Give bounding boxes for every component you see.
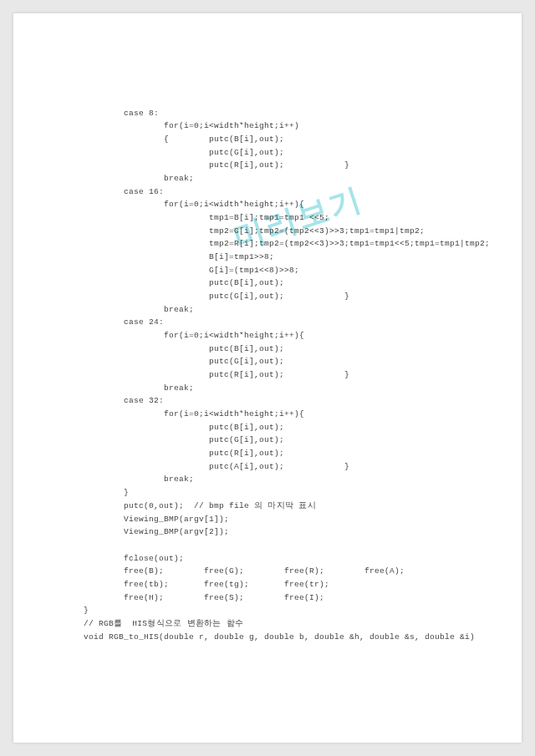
code-line: case 32: (84, 396, 164, 405)
code-line: putc(G[i],out); (84, 357, 284, 366)
code-line: void RGB_to_HIS(double r, double g, doub… (84, 632, 475, 642)
code-line: G[i]=(tmp1<<8)>>8; (84, 266, 299, 275)
code-line: putc(A[i],out); } (84, 462, 349, 471)
code-line: } (84, 606, 89, 615)
code-line: tmp2=R[i];tmp2=(tmp2<<3)>>3;tmp1=tmp1<<5… (84, 239, 490, 248)
code-line: for(i=0;i<width*height;i++){ (84, 331, 304, 340)
code-line: for(i=0;i<width*height;i++){ (84, 409, 304, 419)
code-line: tmp2=G[i];tmp2=(tmp2<<3)>>3;tmp1=tmp1|tm… (84, 226, 425, 236)
code-line: case 24: (84, 317, 164, 327)
code-line: break; (84, 474, 194, 484)
code-line: putc(R[i],out); } (84, 370, 349, 379)
document-page: 미리보기 case 8: for(i=0;i<width*height;i++)… (13, 13, 522, 743)
code-line: } (84, 488, 129, 497)
code-line: putc(G[i],out); (84, 148, 284, 157)
code-line: putc(G[i],out); } (84, 292, 349, 301)
code-line: // RGB를 HIS형식으로 변환하는 함수 (84, 619, 243, 628)
code-line: putc(R[i],out); } (84, 160, 349, 170)
code-line: for(i=0;i<width*height;i++) (84, 121, 299, 130)
code-line: break; (84, 174, 194, 183)
code-line: free(B); free(G); free(R); free(A); (84, 566, 405, 576)
code-line: free(H); free(S); free(I); (84, 593, 324, 602)
code-block: case 8: for(i=0;i<width*height;i++) { pu… (84, 94, 488, 657)
code-line: B[i]=tmp1>>8; (84, 252, 274, 261)
code-line: break; (84, 305, 194, 314)
code-line: case 8: (84, 109, 159, 118)
code-line: putc(B[i],out); (84, 423, 284, 432)
code-line: putc(B[i],out); (84, 344, 284, 353)
code-line: putc(G[i],out); (84, 435, 284, 444)
code-line: break; (84, 383, 194, 393)
code-line: free(tb); free(tg); free(tr); (84, 580, 329, 589)
code-line: putc(R[i],out); (84, 449, 284, 458)
code-line: tmp1=B[i];tmp1=tmp1 <<5; (84, 213, 329, 222)
code-line: fclose(out); (84, 554, 184, 563)
code-line: case 16: (84, 187, 164, 196)
code-line: Viewing_BMP(argv[1]); (84, 515, 229, 524)
code-line: putc(0,out); // bmp file 의 마지막 표시 (84, 501, 316, 510)
code-line: putc(B[i],out); (84, 278, 284, 287)
code-line: for(i=0;i<width*height;i++){ (84, 200, 304, 209)
code-line: Viewing_BMP(argv[2]); (84, 527, 229, 536)
code-line: { putc(B[i],out); (84, 134, 284, 144)
